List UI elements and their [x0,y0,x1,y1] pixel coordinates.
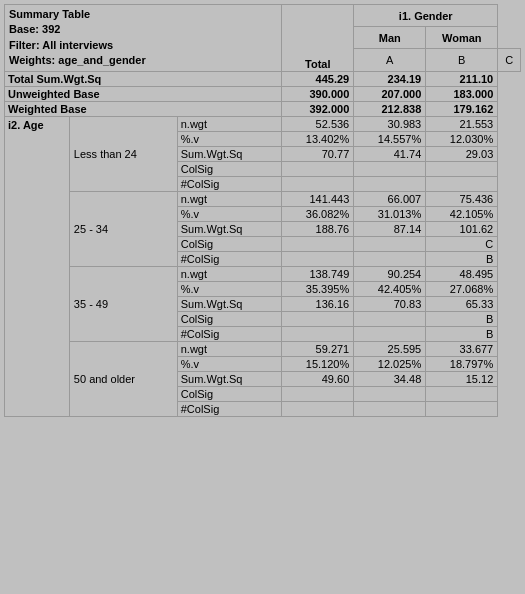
metric-b: 12.025% [354,356,426,371]
metric-b: 30.983 [354,116,426,131]
summary-table: Summary Table Base: 392 Filter: All inte… [4,4,521,417]
summary-row-label: Total Sum.Wgt.Sq [5,71,282,86]
age-group-label: Less than 24 [69,116,177,191]
summary-total: 392.000 [282,101,354,116]
metric-total: 188.76 [282,221,354,236]
woman-header: Woman [426,27,498,49]
metric-total: 35.395% [282,281,354,296]
summary-total: 445.29 [282,71,354,86]
summary-row: Total Sum.Wgt.Sq 445.29 234.19 211.10 [5,71,521,86]
summary-b: 212.838 [354,101,426,116]
metric-c: 21.553 [426,116,498,131]
metric-c [426,386,498,401]
summary-c: 211.10 [426,71,498,86]
metric-total [282,251,354,266]
metric-c: B [426,251,498,266]
data-row: 25 - 34 n.wgt 141.443 66.007 75.436 [5,191,521,206]
metric-c: 33.677 [426,341,498,356]
metric-total: 49.60 [282,371,354,386]
metric-total: 70.77 [282,146,354,161]
weights-info: Weights: age_and_gender [9,53,277,68]
summary-total: 390.000 [282,86,354,101]
base-info: Base: 392 [9,22,277,37]
metric-b [354,251,426,266]
metric-b: 34.48 [354,371,426,386]
metric-label: #ColSig [177,326,282,341]
metric-b [354,326,426,341]
metric-label: ColSig [177,386,282,401]
table-title: Summary Table [9,7,277,22]
metric-c: 27.068% [426,281,498,296]
metric-total [282,176,354,191]
metric-b: 87.14 [354,221,426,236]
metric-label: %.v [177,131,282,146]
metric-total: 15.120% [282,356,354,371]
total-header: Total [282,5,354,72]
data-row: 35 - 49 n.wgt 138.749 90.254 48.495 [5,266,521,281]
summary-c: 183.000 [426,86,498,101]
metric-c: 29.03 [426,146,498,161]
metric-total [282,236,354,251]
metric-label: n.wgt [177,191,282,206]
age-group-label: 25 - 34 [69,191,177,266]
metric-total: 13.402% [282,131,354,146]
metric-total: 136.16 [282,296,354,311]
metric-label: n.wgt [177,266,282,281]
age-group-label: 50 and older [69,341,177,416]
col-b-label: B [426,49,498,71]
summary-c: 179.162 [426,101,498,116]
metric-c: 18.797% [426,356,498,371]
metric-label: %.v [177,356,282,371]
metric-c: 65.33 [426,296,498,311]
metric-c [426,176,498,191]
summary-b: 234.19 [354,71,426,86]
metric-b: 41.74 [354,146,426,161]
metric-c: B [426,326,498,341]
metric-label: #ColSig [177,401,282,416]
metric-total [282,161,354,176]
metric-total: 141.443 [282,191,354,206]
metric-label: Sum.Wgt.Sq [177,146,282,161]
metric-b: 90.254 [354,266,426,281]
man-header: Man [354,27,426,49]
col-a-label: A [354,49,426,71]
metric-c [426,401,498,416]
metric-c: 42.105% [426,206,498,221]
metric-b [354,236,426,251]
metric-label: ColSig [177,236,282,251]
metric-b: 70.83 [354,296,426,311]
metric-b: 31.013% [354,206,426,221]
metric-total [282,401,354,416]
metric-b: 14.557% [354,131,426,146]
metric-c: 48.495 [426,266,498,281]
metric-b [354,386,426,401]
summary-row: Unweighted Base 390.000 207.000 183.000 [5,86,521,101]
metric-b [354,176,426,191]
metric-label: %.v [177,281,282,296]
metric-total: 36.082% [282,206,354,221]
summary-row: Weighted Base 392.000 212.838 179.162 [5,101,521,116]
metric-c: 15.12 [426,371,498,386]
metric-b: 25.595 [354,341,426,356]
metric-b: 66.007 [354,191,426,206]
data-row: i2. Age Less than 24 n.wgt 52.536 30.983… [5,116,521,131]
summary-row-label: Weighted Base [5,101,282,116]
data-row: 50 and older n.wgt 59.271 25.595 33.677 [5,341,521,356]
outer-container: Summary Table Base: 392 Filter: All inte… [0,0,525,421]
filter-info: Filter: All interviews [9,38,277,53]
metric-b: 42.405% [354,281,426,296]
age-label: i2. Age [5,116,70,416]
metric-label: Sum.Wgt.Sq [177,371,282,386]
metric-label: #ColSig [177,251,282,266]
metric-total: 138.749 [282,266,354,281]
metric-b [354,311,426,326]
metric-b [354,401,426,416]
summary-row-label: Unweighted Base [5,86,282,101]
metric-label: Sum.Wgt.Sq [177,296,282,311]
summary-b: 207.000 [354,86,426,101]
metric-label: n.wgt [177,341,282,356]
metric-b [354,161,426,176]
metric-label: ColSig [177,311,282,326]
metric-total [282,386,354,401]
metric-total: 52.536 [282,116,354,131]
